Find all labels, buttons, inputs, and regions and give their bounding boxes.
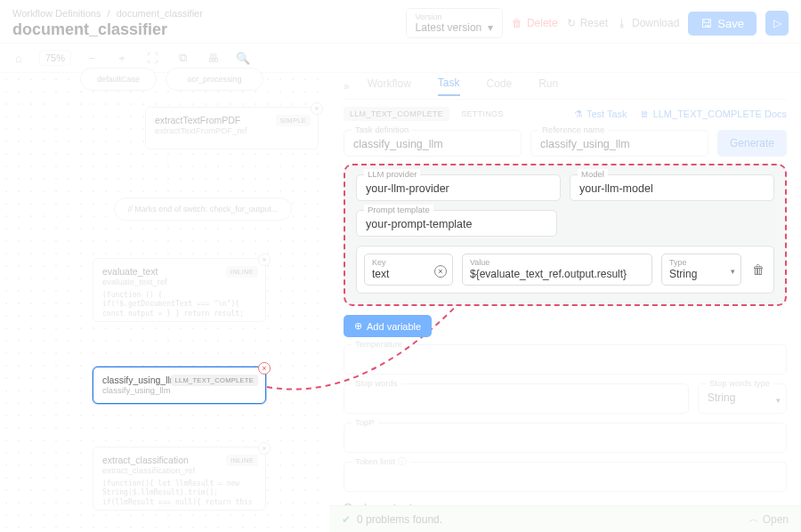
node-badge: SIMPLE: [276, 115, 311, 126]
field-label: Model: [578, 169, 608, 179]
topp-field[interactable]: TopP: [344, 423, 787, 453]
tab-code[interactable]: Code: [487, 77, 513, 95]
close-icon[interactable]: ×: [258, 362, 271, 375]
node-switch-end[interactable]: // Marks end of switch: check_for_output…: [114, 197, 292, 221]
llm-config-zone: LLM provider Model Prompt template Key ×…: [344, 164, 787, 306]
print-icon[interactable]: 🖶: [203, 48, 222, 68]
version-label: Version: [416, 12, 493, 21]
variable-key-input[interactable]: [372, 268, 434, 280]
save-button[interactable]: 🖫 Save: [688, 12, 756, 36]
temperature-field[interactable]: Temperature: [344, 344, 787, 375]
breadcrumb-parent[interactable]: Workflow Definitions: [12, 8, 101, 19]
plus-icon: ⊕: [354, 320, 362, 332]
node-evaluate-text[interactable]: × evaluate_text evaluate_text_ref INLINE…: [93, 258, 266, 322]
node-extract-text-pdf[interactable]: × extractTextFromPDF extractTextFromPDF_…: [145, 107, 319, 149]
open-label: Open: [763, 513, 789, 526]
home-icon[interactable]: ⌂: [9, 48, 28, 68]
collapse-icon[interactable]: »: [344, 80, 350, 93]
download-button[interactable]: ⭳ Download: [617, 17, 679, 29]
field-label: Key: [372, 258, 445, 267]
clear-icon[interactable]: ×: [434, 265, 447, 278]
token-limit-field[interactable]: Token limit ⓘ: [344, 462, 787, 492]
tab-run[interactable]: Run: [538, 77, 558, 95]
close-icon[interactable]: ×: [311, 102, 323, 115]
variable-row: Key × Value Type String ▾ 🗑: [356, 246, 774, 294]
zoom-in-icon[interactable]: +: [112, 48, 132, 68]
stop-words-field[interactable]: Stop words: [344, 383, 689, 414]
variable-key-field[interactable]: Key ×: [364, 254, 453, 286]
node-badge: INLINE: [226, 455, 258, 466]
run-button[interactable]: ▷: [765, 11, 789, 36]
variable-type-field[interactable]: Type String ▾: [661, 254, 741, 286]
prompt-template-field[interactable]: Prompt template: [356, 210, 557, 237]
llm-provider-field[interactable]: LLM provider: [356, 174, 561, 201]
fit-icon[interactable]: ⛶: [142, 48, 162, 68]
play-icon: ▷: [773, 17, 781, 29]
task-definition-input[interactable]: [353, 138, 512, 150]
node-label: // Marks end of switch: check_for_output…: [128, 205, 279, 214]
node-extract-classification[interactable]: × extract_classification extract_classif…: [93, 447, 266, 511]
test-task-link[interactable]: ⚗Test Task: [574, 109, 627, 120]
reference-name-field[interactable]: Reference name: [530, 130, 708, 157]
generate-button[interactable]: Generate: [717, 130, 787, 157]
panel-subheader: LLM_TEXT_COMPLETE SETTINGS ⚗Test Task 🗎L…: [344, 107, 787, 121]
close-icon[interactable]: ×: [258, 254, 271, 266]
docs-link[interactable]: 🗎LLM_TEXT_COMPLETE Docs: [640, 109, 787, 120]
definition-row: Task definition Reference name Generate: [344, 130, 787, 157]
task-definition-field[interactable]: Task definition: [344, 130, 522, 157]
save-label: Save: [717, 17, 744, 30]
chevron-down-icon: ▾: [731, 267, 735, 276]
variable-value-field[interactable]: Value: [462, 254, 652, 286]
node-badge: LLM_TEXT_COMPLETE: [171, 375, 258, 386]
problems-text: 0 problems found.: [357, 513, 442, 526]
doc-icon: 🗎: [640, 109, 650, 119]
field-label: TopP: [352, 417, 378, 427]
node-subtitle: classify_using_llm: [102, 385, 256, 395]
node-classify-llm[interactable]: × classify_using_llm classify_using_llm …: [93, 367, 266, 404]
right-panel: » Workflow Task Code Run LLM_TEXT_COMPLE…: [329, 73, 801, 532]
version-selector[interactable]: Version Latest version ▾: [406, 8, 503, 38]
tab-task[interactable]: Task: [438, 77, 460, 96]
header-left: Workflow Definitions / document_classifi…: [12, 8, 203, 39]
problems-bar: ✔ 0 problems found. ︿ Open: [329, 505, 801, 532]
field-label: Value: [470, 258, 644, 267]
delete-variable-icon[interactable]: 🗑: [750, 262, 766, 277]
version-value: Latest version ▾: [416, 21, 493, 34]
model-input[interactable]: [579, 182, 765, 195]
field-label: Type: [669, 258, 733, 267]
node-defaultcase[interactable]: defaultCase: [80, 68, 157, 91]
node-code: (function () { if(!$.getDocumentText ===…: [102, 291, 256, 318]
model-field[interactable]: Model: [570, 174, 774, 201]
chevron-down-icon: ▾: [776, 396, 781, 405]
node-subtitle: extractTextFromPDF_ref: [155, 125, 309, 135]
page-title: document_classifier: [12, 20, 203, 39]
chevron-up-icon: ︿: [748, 512, 759, 527]
llm-provider-input[interactable]: [366, 182, 551, 195]
search-icon[interactable]: 🔍: [233, 48, 253, 68]
delete-button[interactable]: 🗑 Delete: [512, 17, 558, 29]
breadcrumb: Workflow Definitions / document_classifi…: [12, 8, 203, 19]
close-icon[interactable]: ×: [258, 442, 271, 455]
workflow-canvas[interactable]: defaultCase ocr_processing × extractText…: [0, 73, 329, 532]
download-icon: ⭳: [617, 17, 627, 29]
open-problems-button[interactable]: ︿ Open: [748, 512, 789, 527]
node-ocr-processing[interactable]: ocr_processing: [166, 68, 263, 91]
zoom-out-icon[interactable]: −: [82, 48, 101, 68]
tab-workflow[interactable]: Workflow: [368, 77, 411, 95]
node-label: ocr_processing: [187, 75, 241, 84]
add-variable-button[interactable]: ⊕ Add variable: [344, 315, 432, 337]
delete-label: Delete: [527, 17, 558, 29]
node-code: (function(){ let llmResult = new String(…: [102, 480, 256, 506]
zoom-level[interactable]: 75%: [39, 50, 71, 66]
check-icon: ✔: [342, 513, 351, 526]
reset-button[interactable]: ↻ Reset: [567, 17, 608, 29]
copy-icon[interactable]: ⧉: [173, 48, 192, 68]
flask-icon: ⚗: [574, 109, 583, 120]
reference-name-input[interactable]: [540, 138, 699, 150]
header-actions: Version Latest version ▾ 🗑 Delete ↻ Rese…: [406, 8, 789, 38]
download-label: Download: [632, 17, 679, 29]
prompt-template-input[interactable]: [366, 218, 547, 230]
variable-type-value: String: [669, 268, 697, 280]
variable-value-input[interactable]: [470, 268, 644, 280]
stop-words-type-field[interactable]: Stop words type String ▾: [698, 383, 787, 414]
